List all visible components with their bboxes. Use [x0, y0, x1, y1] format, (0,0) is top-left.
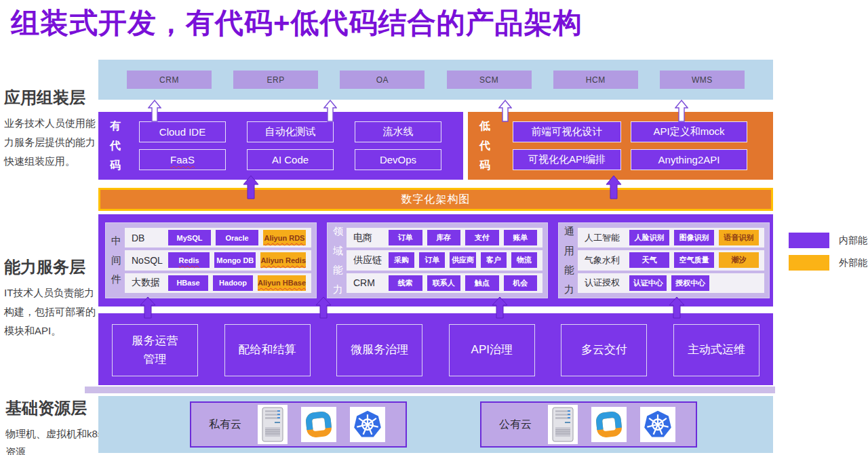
capability-chip-label: 线索 — [398, 278, 413, 288]
low-code-tool-label: Anything2API — [658, 154, 720, 165]
up-arrow-icon — [492, 296, 508, 319]
low-code-tool: 可视化化API编排 — [513, 149, 621, 170]
capability-layer-sidebar: 能力服务层 IT技术人员负责能力构建，包括可部署的模块和API。 — [4, 256, 100, 340]
pro-code-tool: FaaS — [139, 149, 226, 170]
legend-swatch — [789, 255, 829, 271]
up-arrow-icon — [669, 296, 685, 319]
capability-chip: 人脸识别 — [629, 230, 669, 245]
capability-chip: 空气质量 — [674, 252, 714, 268]
capability-chips: MySQLOracleAliyun RDS — [168, 230, 306, 245]
up-arrow-icon — [243, 175, 259, 199]
capability-chip-label: HBase — [176, 279, 199, 287]
capability-chip-label: 图像识别 — [679, 233, 709, 243]
capability-chip-label: Aliyun Redis — [260, 256, 306, 264]
capability-rows: 人工智能人脸识别图像识别语音识别气象水利天气空气质量潮汐认证授权认证中心授权中心 — [578, 228, 764, 293]
pro-code-tool-label: 自动化测试 — [265, 125, 316, 138]
capability-chip: 账单 — [504, 230, 538, 245]
capability-chip: 供应商 — [450, 252, 475, 268]
cloud-label: 公有云 — [499, 418, 532, 432]
capability-chip-label: 联系人 — [433, 278, 455, 288]
capability-panel-1: 领域能力电商订单库存支付账单供应链采购订单供应商客户物流CRM线索联系人触点机会 — [327, 222, 548, 298]
pro-code-tool-label: AI Code — [272, 154, 309, 165]
legend-label: 外部能力 — [839, 257, 868, 269]
up-arrow-icon — [148, 100, 161, 122]
capability-row-name: 大数据 — [132, 277, 168, 289]
capability-panel-label: 中间件 — [111, 231, 122, 290]
capability-chip-label: 库存 — [436, 233, 451, 243]
app-button-crm: CRM — [127, 71, 212, 89]
low-code-grid: 前端可视化设计API定义和mock可视化化API编排Anything2API — [513, 121, 747, 170]
capability-chip-label: 人脸识别 — [635, 233, 665, 243]
legend-item: 内部能力 — [789, 233, 868, 248]
page-title: 组装式开发，有代码+低代码结合的产品架构 — [11, 4, 583, 42]
capability-chip-label: Aliyun RDS — [264, 234, 305, 242]
capability-chip: 机会 — [504, 275, 538, 291]
up-arrow-icon — [606, 175, 622, 199]
capability-row-name: 供应链 — [353, 254, 389, 266]
legend-item: 外部能力 — [789, 255, 868, 271]
up-arrow-icon — [498, 100, 512, 122]
capability-row: DBMySQLOracleAliyun RDS — [125, 228, 311, 248]
digital-architecture-label: 数字化架构图 — [401, 193, 471, 207]
capability-chip-label: 账单 — [513, 233, 528, 243]
capability-panel-label: 领域能力 — [332, 222, 344, 299]
capability-panel-2: 通用能力人工智能人脸识别图像识别语音识别气象水利天气空气质量潮汐认证授权认证中心… — [558, 222, 770, 298]
capability-row-name: 认证授权 — [585, 277, 629, 289]
capability-chip: Mongo DB — [214, 252, 256, 268]
capability-chip-label: 物流 — [517, 255, 532, 265]
digital-architecture-bar: 数字化架构图 — [98, 188, 773, 211]
capability-layer-title: 能力服务层 — [4, 256, 100, 278]
capability-chip-label: 空气质量 — [679, 255, 709, 265]
capability-chip-label: Redis — [179, 256, 199, 264]
separator-bar — [85, 387, 775, 393]
low-code-tool: 前端可视化设计 — [513, 121, 621, 142]
app-layer-description: 业务技术人员使用能力服务层提供的能力快速组装应用。 — [4, 114, 100, 170]
capability-chips: 采购订单供应商客户物流 — [389, 252, 537, 268]
legend-label: 内部能力 — [839, 235, 868, 247]
capability-chip: 订单 — [389, 230, 422, 245]
capability-row-name: NoSQL — [132, 255, 168, 266]
up-arrow-icon — [675, 100, 688, 122]
capability-chip: Aliyun Redis — [260, 252, 306, 268]
capability-chip: 线索 — [389, 275, 422, 291]
app-button-erp: ERP — [233, 71, 318, 89]
capability-row-name: 电商 — [353, 232, 389, 244]
capability-row-name: 人工智能 — [585, 232, 629, 244]
capability-row: 认证授权认证中心授权中心 — [578, 273, 764, 293]
app-layer-sidebar: 应用组装层 业务技术人员使用能力服务层提供的能力快速组装应用。 — [4, 87, 100, 170]
capability-chip: Redis — [168, 252, 210, 268]
chip-spacer — [714, 283, 759, 283]
pro-code-tool: DevOps — [355, 149, 441, 170]
capability-chip-label: 订单 — [425, 255, 439, 265]
low-code-tool-label: 可视化化API编排 — [528, 153, 606, 166]
capability-chip-label: Hadoop — [219, 279, 247, 287]
low-code-tool-label: API定义和mock — [653, 125, 724, 138]
capability-chip: 采购 — [389, 252, 414, 268]
capability-chip-label: 客户 — [486, 255, 501, 265]
app-button-scm: SCM — [447, 71, 532, 89]
capability-chips: 线索联系人触点机会 — [389, 275, 537, 291]
resource-layer-description: 物理机、虚拟机和k8s资源 — [5, 424, 107, 455]
pro-code-grid: Cloud IDE自动化测试流水线FaaSAI CodeDevOps — [139, 121, 441, 170]
vmware-icon — [301, 407, 336, 442]
service-box: 配给和结算 — [224, 324, 311, 376]
low-code-block: 低代码 前端可视化设计API定义和mock可视化化API编排Anything2A… — [468, 112, 773, 180]
capability-chip: 联系人 — [427, 275, 461, 291]
capability-chip-label: MySQL — [177, 234, 203, 242]
up-arrow-icon — [315, 296, 332, 319]
capability-chip: 物流 — [511, 252, 537, 268]
capability-rows: 电商订单库存支付账单供应链采购订单供应商客户物流CRM线索联系人触点机会 — [347, 228, 542, 293]
capability-row: CRM线索联系人触点机会 — [347, 273, 542, 293]
pro-code-tool-label: Cloud IDE — [159, 126, 205, 138]
capability-chip-label: 采购 — [394, 255, 409, 265]
capability-panel-label: 通用能力 — [564, 222, 575, 299]
capability-chip-label: 语音识别 — [724, 233, 754, 243]
up-arrow-icon — [323, 100, 337, 122]
slide: 组装式开发，有代码+低代码结合的产品架构 应用组装层 业务技术人员使用能力服务层… — [0, 0, 868, 455]
capability-chips: RedisMongo DBAliyun Redis — [168, 252, 306, 268]
pro-code-tool-label: DevOps — [380, 154, 416, 165]
app-button-oa: OA — [340, 71, 425, 89]
resource-layer-sidebar: 基础资源层 物理机、虚拟机和k8s资源 — [5, 397, 107, 455]
app-bar: CRMERPOASCMHCMWMS — [98, 60, 773, 100]
capability-row: 电商订单库存支付账单 — [347, 228, 542, 248]
